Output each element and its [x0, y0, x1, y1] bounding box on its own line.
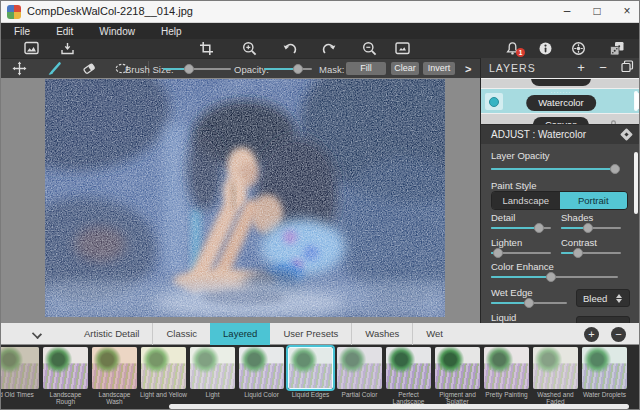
preset-pretty-painting[interactable]: Pretty Painting — [484, 347, 529, 407]
preset-label: d Old Times — [1, 391, 41, 407]
collapse-presets-chevron-icon[interactable] — [32, 329, 42, 339]
fit-view-icon[interactable] — [393, 40, 411, 58]
preset-thumbnail-image — [92, 347, 137, 389]
preset-thumbnail-image — [386, 347, 431, 389]
preset-thumbnail-image — [43, 347, 88, 389]
contrast-slider[interactable] — [561, 247, 621, 259]
layer-opacity-label: Layer Opacity — [491, 150, 550, 161]
random-dice-icon[interactable] — [608, 40, 626, 58]
lock-icon[interactable] — [608, 116, 619, 124]
adjust-scrollbar[interactable] — [634, 152, 638, 214]
open-image-icon[interactable] — [22, 40, 40, 58]
layer-row-above[interactable] — [481, 78, 640, 88]
undo-icon[interactable] — [281, 40, 299, 58]
preset-thumbnails: d Old Times Landscape Rough Landscape Wa… — [1, 345, 640, 410]
app-icon — [7, 5, 21, 19]
randomize-adjust-icon[interactable] — [620, 128, 633, 141]
preset-thumbnail-image — [435, 347, 480, 389]
shades-slider[interactable] — [561, 222, 621, 234]
preset-landscape-wash[interactable]: Landscape Wash — [92, 347, 137, 407]
layer-name-watercolor[interactable]: Watercolor — [526, 95, 596, 111]
layer-row-watercolor[interactable]: ······· Watercolor — [481, 88, 640, 113]
paint-style-portrait[interactable]: Portrait — [560, 192, 628, 209]
layer-row-canvas[interactable]: Canvas — [481, 113, 640, 124]
preset-perfect-landscape[interactable]: Perfect Landscape — [386, 347, 431, 407]
wet-edge-mode-value: Bleed — [583, 293, 607, 304]
color-enhance-slider[interactable] — [491, 271, 618, 283]
layer-opacity-slider[interactable] — [491, 163, 618, 175]
close-button[interactable]: × — [613, 1, 640, 23]
tab-wet[interactable]: Wet — [412, 323, 456, 345]
crop-icon[interactable] — [197, 40, 215, 58]
tab-layered[interactable]: Layered — [210, 323, 270, 345]
save-icon[interactable] — [58, 40, 76, 58]
preset-water-droplets[interactable]: Water Droplets — [582, 347, 627, 407]
tab-classic[interactable]: Classic — [152, 323, 210, 345]
preset-thumbnail-image — [190, 347, 235, 389]
eraser-tool-icon[interactable] — [80, 60, 98, 78]
move-tool-icon[interactable] — [10, 60, 28, 78]
duplicate-layer-icon[interactable] — [619, 60, 635, 76]
preset-tabs: Artistic DetailClassicLayeredUser Preset… — [71, 323, 456, 345]
maximize-button[interactable]: □ — [583, 1, 611, 23]
menu-edit[interactable]: Edit — [43, 26, 86, 37]
add-preset-button[interactable]: + — [584, 327, 599, 342]
minimize-button[interactable]: – — [553, 1, 581, 23]
add-layer-button[interactable]: + — [573, 60, 589, 76]
mask-fill-button[interactable]: Fill — [346, 62, 386, 75]
wet-edge-slider[interactable] — [491, 297, 567, 309]
preset-light-and-yellow[interactable]: Light and Yellow — [141, 347, 186, 407]
preset-label: Landscape Wash — [90, 391, 139, 407]
menu-help[interactable]: Help — [148, 26, 195, 37]
remove-preset-button[interactable]: − — [611, 327, 626, 342]
window-title: CompDeskWalCol-2218__014.jpg — [27, 5, 193, 17]
dropdown-arrows-icon — [616, 293, 623, 304]
menu-window[interactable]: Window — [86, 26, 148, 37]
zoom-in-icon[interactable] — [240, 40, 258, 58]
mask-clear-button[interactable]: Clear — [391, 62, 419, 75]
liquid-label: Liquid — [491, 312, 516, 323]
paint-style-landscape[interactable]: Landscape — [492, 192, 560, 209]
paint-style-label: Paint Style — [491, 180, 536, 191]
notification-badge: 1 — [516, 48, 525, 57]
adjust-body: Layer Opacity Paint Style Landscape Port… — [481, 144, 640, 323]
zoom-out-icon[interactable] — [360, 40, 378, 58]
preset-light[interactable]: Light — [190, 347, 235, 407]
preset-label: Landscape Rough — [41, 391, 90, 407]
presets-scrollbar[interactable] — [169, 404, 629, 409]
layer-visibility-toggle[interactable] — [485, 93, 503, 110]
canvas-area[interactable] — [1, 78, 480, 323]
opacity-slider[interactable] — [264, 63, 312, 75]
preset-d-old-times[interactable]: d Old Times — [1, 347, 39, 407]
tab-user-presets[interactable]: User Presets — [270, 323, 351, 345]
wet-edge-mode-dropdown[interactable]: Bleed — [576, 289, 630, 307]
tab-washes[interactable]: Washes — [351, 323, 412, 345]
detail-slider[interactable] — [491, 222, 551, 234]
right-panel: LAYERS + − ······· Watercolor Canvas ADJ… — [480, 58, 640, 323]
canvas-image — [45, 79, 445, 317]
brush-tool-icon[interactable] — [46, 60, 64, 78]
info-icon[interactable] — [536, 40, 554, 58]
preset-liquid-color[interactable]: Liquid Color — [239, 347, 284, 407]
title-bar: CompDeskWalCol-2218__014.jpg – □ × — [1, 1, 640, 23]
preset-landscape-rough[interactable]: Landscape Rough — [43, 347, 88, 407]
preset-liquid-edges[interactable]: Liquid Edges — [288, 347, 333, 407]
layer-name-canvas[interactable]: Canvas — [533, 117, 589, 124]
more-options-chevron-icon[interactable]: > — [465, 63, 471, 75]
settings-target-icon[interactable] — [569, 40, 587, 58]
adjust-header: ADJUST : Watercolor — [481, 124, 640, 144]
mask-invert-button[interactable]: Invert — [423, 62, 455, 75]
layers-title: LAYERS — [489, 62, 536, 74]
redo-icon[interactable] — [320, 40, 338, 58]
adjust-title: ADJUST : Watercolor — [491, 129, 586, 140]
layers-scrollbar[interactable] — [634, 91, 638, 111]
remove-layer-button[interactable]: − — [595, 60, 611, 76]
tab-artistic-detail[interactable]: Artistic Detail — [71, 323, 152, 345]
preset-partial-color[interactable]: Partial Color — [337, 347, 382, 407]
preset-pigment-and-splatter[interactable]: Pigment and Splatter — [435, 347, 480, 407]
brush-size-slider[interactable] — [163, 63, 231, 75]
liquid-dropdown[interactable] — [576, 316, 630, 323]
menu-file[interactable]: File — [1, 26, 43, 37]
lighten-slider[interactable] — [491, 247, 551, 259]
preset-washed-and-faded[interactable]: Washed and Faded — [533, 347, 578, 407]
